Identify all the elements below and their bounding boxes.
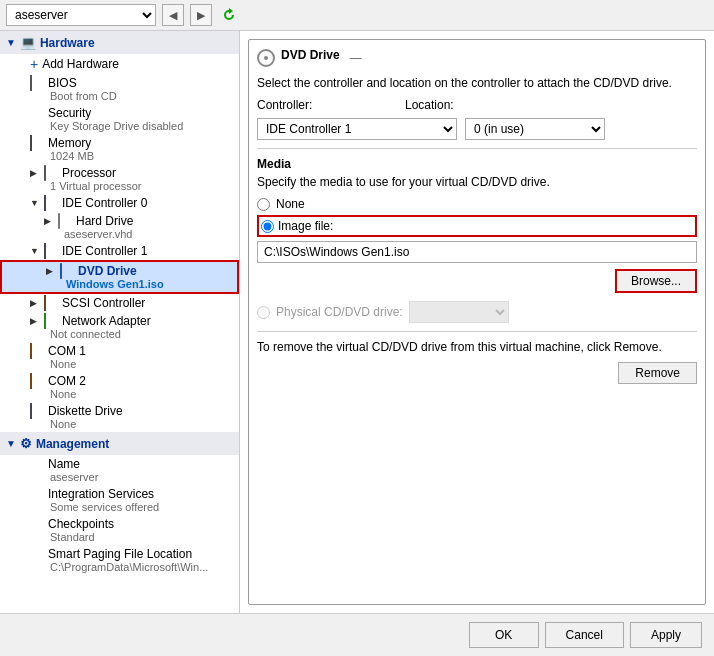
- network-sub: Not connected: [30, 328, 233, 340]
- forward-button[interactable]: ▶: [190, 4, 212, 26]
- image-path-input[interactable]: [257, 241, 697, 263]
- com1-icon: [30, 344, 44, 358]
- processor-label: Processor: [62, 166, 116, 180]
- diskette-label: Diskette Drive: [48, 404, 123, 418]
- sidebar: ▼ 💻 Hardware + Add Hardware BIOS Boot fr…: [0, 31, 240, 613]
- cancel-button[interactable]: Cancel: [545, 622, 624, 648]
- ide1-label: IDE Controller 1: [62, 244, 147, 258]
- scsi-icon: [44, 296, 58, 310]
- smart-paging-label: Smart Paging File Location: [48, 547, 192, 561]
- server-select[interactable]: aseserver: [6, 4, 156, 26]
- scsi-label: SCSI Controller: [62, 296, 145, 310]
- panel-box: DVD Drive — Select the controller and lo…: [248, 39, 706, 605]
- ide1-expand: ▼: [30, 246, 40, 256]
- none-radio-row: None: [257, 197, 697, 211]
- sidebar-item-dvd-drive[interactable]: ▶ DVD Drive Windows Gen1.iso: [0, 260, 239, 294]
- dvd-icon: [60, 264, 74, 278]
- hdd-label: Hard Drive: [76, 214, 133, 228]
- none-radio[interactable]: [257, 198, 270, 211]
- network-label: Network Adapter: [62, 314, 151, 328]
- sidebar-item-ide1[interactable]: ▼ IDE Controller 1: [0, 242, 239, 260]
- panel-title: DVD Drive: [281, 48, 340, 62]
- diskette-sub: None: [30, 418, 233, 430]
- remove-btn-row: Remove: [257, 362, 697, 384]
- panel-title-dash: —: [350, 51, 362, 65]
- processor-sub: 1 Virtual processor: [30, 180, 233, 192]
- sidebar-item-ide0[interactable]: ▼ IDE Controller 0: [0, 194, 239, 212]
- physical-select: [409, 301, 509, 323]
- sidebar-item-checkpoints[interactable]: Checkpoints Standard: [0, 515, 239, 545]
- com1-sub: None: [30, 358, 233, 370]
- sidebar-item-name[interactable]: Name aseserver: [0, 455, 239, 485]
- sidebar-item-add-hardware[interactable]: + Add Hardware: [0, 54, 239, 74]
- image-file-radio[interactable]: [261, 220, 274, 233]
- management-section-label: Management: [36, 437, 109, 451]
- physical-label: Physical CD/DVD drive:: [276, 305, 403, 319]
- ide0-icon: [44, 196, 58, 210]
- name-icon: [30, 457, 44, 471]
- refresh-button[interactable]: [218, 4, 240, 26]
- sidebar-item-hard-drive[interactable]: ▶ Hard Drive aseserver.vhd: [0, 212, 239, 242]
- apply-button[interactable]: Apply: [630, 622, 702, 648]
- sidebar-item-com1[interactable]: COM 1 None: [0, 342, 239, 372]
- sidebar-item-com2[interactable]: COM 2 None: [0, 372, 239, 402]
- browse-btn-row: Browse...: [257, 269, 697, 293]
- sidebar-item-memory[interactable]: Memory 1024 MB: [0, 134, 239, 164]
- hardware-collapse-arrow: ▼: [6, 37, 16, 48]
- network-expand: ▶: [30, 316, 40, 326]
- sidebar-item-diskette[interactable]: Diskette Drive None: [0, 402, 239, 432]
- image-file-label[interactable]: Image file:: [278, 219, 333, 233]
- image-path-row: [257, 241, 697, 263]
- sidebar-item-network[interactable]: ▶ Network Adapter Not connected: [0, 312, 239, 342]
- controller-label: Controller:: [257, 98, 337, 112]
- browse-button[interactable]: Browse...: [615, 269, 697, 293]
- sidebar-item-smart-paging[interactable]: Smart Paging File Location C:\ProgramDat…: [0, 545, 239, 575]
- ok-button[interactable]: OK: [469, 622, 539, 648]
- physical-radio[interactable]: [257, 306, 270, 319]
- sidebar-item-integration[interactable]: Integration Services Some services offer…: [0, 485, 239, 515]
- controller-row: Controller: Location:: [257, 98, 697, 112]
- hardware-section-label: Hardware: [40, 36, 95, 50]
- ide0-expand: ▼: [30, 198, 40, 208]
- add-hardware-label: Add Hardware: [42, 57, 119, 71]
- remove-button[interactable]: Remove: [618, 362, 697, 384]
- smart-paging-icon: [30, 547, 44, 561]
- management-icon: ⚙: [20, 436, 32, 451]
- processor-icon: [44, 166, 58, 180]
- remove-divider: [257, 331, 697, 332]
- dvd-inner-dot: [264, 56, 268, 60]
- hardware-icon: 💻: [20, 35, 36, 50]
- integration-label: Integration Services: [48, 487, 154, 501]
- processor-expand: ▶: [30, 168, 40, 178]
- management-section-header[interactable]: ▼ ⚙ Management: [0, 432, 239, 455]
- checkpoints-sub: Standard: [30, 531, 233, 543]
- bios-label: BIOS: [48, 76, 77, 90]
- none-radio-label[interactable]: None: [276, 197, 305, 211]
- sidebar-item-scsi[interactable]: ▶ SCSI Controller: [0, 294, 239, 312]
- top-bar: aseserver ◀ ▶: [0, 0, 714, 31]
- right-panel: DVD Drive — Select the controller and lo…: [240, 31, 714, 613]
- com2-icon: [30, 374, 44, 388]
- location-select[interactable]: 0 (in use): [465, 118, 605, 140]
- scsi-expand: ▶: [30, 298, 40, 308]
- sidebar-item-bios[interactable]: BIOS Boot from CD: [0, 74, 239, 104]
- security-label: Security: [48, 106, 91, 120]
- security-sub: Key Storage Drive disabled: [30, 120, 233, 132]
- controller-select[interactable]: IDE Controller 1: [257, 118, 457, 140]
- com2-sub: None: [30, 388, 233, 400]
- com2-label: COM 2: [48, 374, 86, 388]
- ide0-label: IDE Controller 0: [62, 196, 147, 210]
- media-group: Media Specify the media to use for your …: [257, 157, 697, 323]
- name-sub: aseserver: [30, 471, 233, 483]
- remove-desc: To remove the virtual CD/DVD drive from …: [257, 340, 697, 354]
- dvd-label: DVD Drive: [78, 264, 137, 278]
- bottom-bar: OK Cancel Apply: [0, 613, 714, 656]
- media-divider: [257, 148, 697, 149]
- back-button[interactable]: ◀: [162, 4, 184, 26]
- hardware-section-header[interactable]: ▼ 💻 Hardware: [0, 31, 239, 54]
- sidebar-item-processor[interactable]: ▶ Processor 1 Virtual processor: [0, 164, 239, 194]
- memory-label: Memory: [48, 136, 91, 150]
- smart-paging-sub: C:\ProgramData\Microsoft\Win...: [30, 561, 233, 573]
- sidebar-item-security[interactable]: Security Key Storage Drive disabled: [0, 104, 239, 134]
- dvd-drive-header: DVD Drive —: [257, 48, 697, 68]
